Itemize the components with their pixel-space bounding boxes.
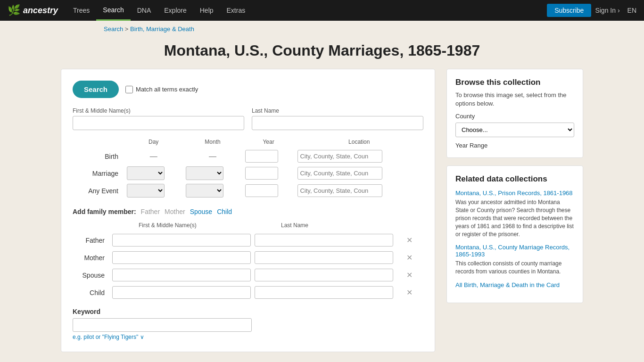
birth-day-dash: — — [124, 148, 183, 165]
browse-title: Browse this collection — [455, 78, 574, 87]
browse-description: To browse this image set, select from th… — [455, 91, 574, 108]
marriage-month-select[interactable] — [186, 166, 223, 180]
mother-first-name-input[interactable] — [112, 251, 251, 264]
match-exactly-text: Match all terms exactly — [136, 86, 198, 93]
family-members-table: First & Middle Name(s) Last Name Father … — [73, 222, 423, 301]
spouse-last-name-input[interactable] — [255, 269, 393, 281]
marriage-label: Marriage — [73, 165, 124, 182]
any-event-row: Any Event — [73, 182, 423, 199]
mother-remove-button[interactable]: ✕ — [395, 249, 423, 266]
search-form: Search Match all terms exactly First & M… — [61, 69, 435, 352]
breadcrumb-search[interactable]: Search — [104, 25, 123, 33]
navigation: 🌿 ancestry Trees Search DNA Explore Help… — [0, 0, 644, 21]
last-name-input[interactable] — [252, 116, 423, 130]
father-row: Father ✕ — [73, 231, 423, 249]
spouse-first-name-input[interactable] — [112, 269, 251, 281]
any-event-location-input[interactable] — [297, 184, 382, 197]
father-remove-button[interactable]: ✕ — [395, 231, 423, 249]
add-family-label: Add family member: — [73, 208, 136, 215]
child-row: Child ✕ — [73, 284, 423, 301]
last-name-group: Last Name — [252, 107, 423, 130]
spouse-row: Spouse ✕ — [73, 266, 423, 284]
logo-text: ancestry — [23, 6, 58, 16]
breadcrumb: Search > Birth, Marriage & Death — [0, 21, 644, 35]
first-name-label: First & Middle Name(s) — [73, 107, 244, 114]
county-select[interactable]: Choose... — [455, 123, 574, 137]
related-link-0[interactable]: Montana, U.S., Prison Records, 1861-1968 — [455, 189, 574, 197]
site-logo[interactable]: 🌿 ancestry — [8, 4, 58, 16]
nav-extras[interactable]: Extras — [220, 0, 252, 21]
add-spouse-link[interactable]: Spouse — [190, 208, 212, 215]
county-label: County — [455, 113, 574, 120]
child-label: Child — [73, 284, 110, 301]
month-header: Month — [183, 139, 242, 148]
language-selector[interactable]: EN — [627, 7, 636, 14]
marriage-day-select[interactable] — [127, 166, 165, 180]
related-link-2[interactable]: All Birth, Marriage & Death in the Card — [455, 281, 574, 288]
spouse-label: Spouse — [73, 266, 110, 284]
date-event-table: Day Month Year Location Birth — — Marria… — [73, 139, 423, 199]
father-last-name-input[interactable] — [255, 234, 393, 247]
match-exactly-checkbox[interactable] — [125, 86, 133, 93]
nav-dna[interactable]: DNA — [131, 0, 158, 21]
birth-location-input[interactable] — [297, 150, 382, 163]
father-first-name-input[interactable] — [112, 234, 251, 247]
related-item-0: Montana, U.S., Prison Records, 1861-1968… — [455, 189, 574, 238]
marriage-location-input[interactable] — [297, 167, 382, 180]
location-header: Location — [295, 139, 423, 148]
father-label: Father — [73, 231, 110, 249]
subscribe-button[interactable]: Subscribe — [547, 4, 591, 17]
year-header: Year — [242, 139, 295, 148]
nav-trees[interactable]: Trees — [66, 0, 96, 21]
child-first-name-input[interactable] — [112, 286, 251, 299]
keyword-hint[interactable]: e.g. pilot or "Flying Tigers" ∨ — [73, 334, 423, 340]
first-name-input[interactable] — [73, 116, 244, 130]
child-last-name-input[interactable] — [255, 286, 393, 299]
browse-card: Browse this collection To browse this im… — [446, 69, 583, 158]
related-item-1: Montana, U.S., County Marriage Records, … — [455, 244, 574, 276]
match-exactly-label[interactable]: Match all terms exactly — [125, 86, 198, 93]
any-event-year-input[interactable] — [245, 184, 278, 197]
breadcrumb-separator: > — [123, 25, 130, 33]
page-title: Montana, U.S., County Marriages, 1865-19… — [0, 35, 644, 69]
birth-label: Birth — [73, 148, 124, 165]
related-card: Related data collections Montana, U.S., … — [446, 165, 583, 303]
marriage-year-input[interactable] — [245, 167, 278, 180]
family-last-name-header: Last Name — [253, 222, 395, 231]
keyword-section: Keyword e.g. pilot or "Flying Tigers" ∨ — [73, 308, 423, 340]
nav-explore[interactable]: Explore — [157, 0, 193, 21]
birth-row: Birth — — — [73, 148, 423, 165]
mother-row: Mother ✕ — [73, 249, 423, 266]
add-family-section: Add family member: Father Mother Spouse … — [73, 208, 423, 215]
mother-label: Mother — [73, 249, 110, 266]
related-item-2: All Birth, Marriage & Death in the Card — [455, 281, 574, 288]
add-mother-link[interactable]: Mother — [165, 208, 185, 215]
any-event-day-select[interactable] — [127, 184, 165, 197]
search-button[interactable]: Search — [73, 81, 119, 98]
year-range-label: Year Range — [455, 142, 574, 149]
add-child-link[interactable]: Child — [217, 208, 232, 215]
signin-link[interactable]: Sign In › — [595, 7, 619, 14]
related-title: Related data collections — [455, 174, 574, 184]
nav-search[interactable]: Search — [96, 0, 130, 21]
mother-last-name-input[interactable] — [255, 251, 393, 264]
any-event-month-select[interactable] — [186, 184, 223, 197]
last-name-label: Last Name — [252, 107, 423, 114]
keyword-input[interactable] — [73, 318, 252, 332]
add-father-link[interactable]: Father — [141, 208, 160, 215]
related-desc-1: This collection consists of county marri… — [455, 260, 574, 276]
nav-help[interactable]: Help — [193, 0, 220, 21]
breadcrumb-section[interactable]: Birth, Marriage & Death — [130, 25, 194, 33]
child-remove-button[interactable]: ✕ — [395, 284, 423, 301]
family-first-name-header: First & Middle Name(s) — [110, 222, 253, 231]
birth-year-input[interactable] — [245, 150, 278, 163]
spouse-remove-button[interactable]: ✕ — [395, 266, 423, 284]
first-name-group: First & Middle Name(s) — [73, 107, 244, 130]
any-event-label: Any Event — [73, 182, 124, 199]
day-header: Day — [124, 139, 183, 148]
keyword-label: Keyword — [73, 308, 423, 315]
marriage-row: Marriage — [73, 165, 423, 182]
birth-month-dash: — — [183, 148, 242, 165]
sidebar: Browse this collection To browse this im… — [446, 69, 583, 352]
related-link-1[interactable]: Montana, U.S., County Marriage Records, … — [455, 244, 574, 258]
